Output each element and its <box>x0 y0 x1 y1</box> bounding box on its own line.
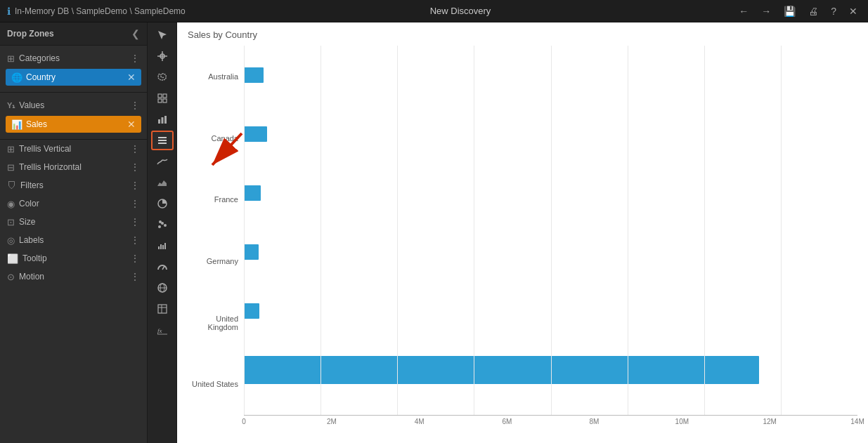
motion-row: ⊙ Motion ⋮ <box>0 267 147 286</box>
svg-rect-3 <box>158 94 162 98</box>
gauge-tool-button[interactable] <box>151 257 174 277</box>
values-label: Y₁ Values <box>7 100 44 110</box>
filters-more-button[interactable]: ⋮ <box>130 180 140 191</box>
values-more-button[interactable]: ⋮ <box>130 100 140 111</box>
labels-icon: ◎ <box>7 235 15 246</box>
country-label-germany: Germany <box>188 230 238 292</box>
motion-more-button[interactable]: ⋮ <box>130 271 140 282</box>
country-chip-close[interactable]: ✕ <box>127 72 136 83</box>
svg-rect-6 <box>163 99 167 103</box>
bar-uk <box>244 303 259 319</box>
bar-us <box>244 356 759 384</box>
bar-australia <box>244 67 264 83</box>
print-button[interactable]: 🖨 <box>805 4 822 18</box>
svg-rect-10 <box>158 137 167 138</box>
close-button[interactable]: ✕ <box>846 4 861 18</box>
values-header: Y₁ Values ⋮ <box>0 97 147 114</box>
line-chart-tool-button[interactable] <box>151 152 174 171</box>
pie-chart-tool-button[interactable] <box>151 194 174 213</box>
axis-label-2m: 2M <box>327 418 337 425</box>
area-chart-tool-button[interactable] <box>151 173 174 192</box>
trellis-horizontal-icon: ⊟ <box>7 162 15 173</box>
categories-more-button[interactable]: ⋮ <box>130 53 140 64</box>
chart-title: Sales by Country <box>188 29 857 40</box>
trellis-vertical-icon: ⊞ <box>7 144 15 154</box>
chart-y-labels: Australia Canada France Germany United K… <box>188 46 244 429</box>
collapse-button[interactable]: ❮ <box>131 28 140 39</box>
country-chip-icon: 🌐 <box>11 72 22 83</box>
trellis-vertical-more-button[interactable]: ⋮ <box>130 143 140 154</box>
chart-area: Sales by Country Australia Canada France… <box>177 22 868 443</box>
lasso-tool-button[interactable] <box>151 67 174 87</box>
filters-row: ⛉ Filters ⋮ <box>0 176 147 194</box>
formula-tool-button[interactable]: fx <box>151 320 174 340</box>
breadcrumb: In-Memory DB \ SampleDemo \ SampleDemo <box>15 6 186 16</box>
axis-label-4m: 4M <box>415 418 425 425</box>
nav-forward-button[interactable]: → <box>758 4 775 18</box>
sales-chip-label: Sales <box>26 119 47 129</box>
motion-icon: ⊙ <box>7 272 15 282</box>
title-bar: ℹ In-Memory DB \ SampleDemo \ SampleDemo… <box>0 0 868 22</box>
pivot-tool-button[interactable] <box>151 299 174 319</box>
categories-header: ⊞ Categories ⋮ <box>0 50 147 67</box>
svg-rect-4 <box>163 94 167 98</box>
country-label-australia: Australia <box>188 46 238 107</box>
sales-chip-close[interactable]: ✕ <box>127 119 136 130</box>
bar-canada <box>244 126 267 142</box>
window-controls: ← → 💾 🖨 ? ✕ <box>735 4 861 18</box>
select-tool-button[interactable] <box>151 25 174 45</box>
panel-header: Drop Zones ❮ <box>0 22 147 46</box>
chart-type-toolbar: fx <box>148 22 177 443</box>
svg-rect-20 <box>162 245 164 249</box>
grid-tool-button[interactable] <box>151 88 174 108</box>
bar-france <box>244 185 261 201</box>
size-row: ⊡ Size ⋮ <box>0 213 147 231</box>
scatter-tool-button[interactable] <box>151 215 174 234</box>
svg-rect-7 <box>158 119 160 124</box>
svg-rect-11 <box>158 140 167 141</box>
categories-icon: ⊞ <box>7 53 15 64</box>
country-label-uk: United Kingdom <box>188 292 238 354</box>
svg-point-17 <box>159 220 162 223</box>
svg-rect-12 <box>158 143 167 144</box>
trellis-vertical-label: Trellis Vertical <box>19 144 71 154</box>
help-button[interactable]: ? <box>827 4 840 18</box>
bar-row-us <box>244 340 857 399</box>
trellis-horizontal-more-button[interactable]: ⋮ <box>130 161 140 173</box>
tooltip-more-button[interactable]: ⋮ <box>130 253 140 264</box>
axis-label-6m: 6M <box>503 418 512 425</box>
size-more-button[interactable]: ⋮ <box>130 216 140 227</box>
svg-rect-21 <box>164 243 166 249</box>
country-chip-label: Country <box>26 72 56 82</box>
bars-container <box>244 46 857 414</box>
labels-more-button[interactable]: ⋮ <box>130 234 140 246</box>
svg-rect-19 <box>160 244 162 249</box>
axis-label-8m: 8M <box>590 418 600 425</box>
categories-section: ⊞ Categories ⋮ 🌐 Country ✕ <box>0 46 147 93</box>
save-button[interactable]: 💾 <box>780 4 799 18</box>
trellis-horizontal-row: ⊟ Trellis Horizontal ⋮ <box>0 158 147 176</box>
filters-label: Filters <box>20 180 44 190</box>
bar-chart-tool-button[interactable] <box>151 110 174 129</box>
axis-label-12m: 12M <box>763 418 776 425</box>
breadcrumb-area: ℹ In-Memory DB \ SampleDemo \ SampleDemo <box>7 6 186 17</box>
categories-text: Categories <box>19 53 60 63</box>
chart-content: Australia Canada France Germany United K… <box>188 46 857 429</box>
categories-label: ⊞ Categories <box>7 53 60 64</box>
bar-row-germany <box>244 223 857 282</box>
waterfall-tool-button[interactable] <box>151 236 174 256</box>
nav-back-button[interactable]: ← <box>735 4 752 18</box>
svg-rect-18 <box>158 246 160 249</box>
svg-rect-8 <box>161 117 163 124</box>
info-icon: ℹ <box>7 6 11 17</box>
chart-bars-area: 0 2M 4M 6M 8M 10M 12M 14M <box>244 46 857 429</box>
svg-rect-26 <box>158 305 167 313</box>
country-label-canada: Canada <box>188 107 238 169</box>
map-tool-button[interactable] <box>151 278 174 298</box>
svg-point-14 <box>158 225 161 228</box>
crosshair-tool-button[interactable] <box>151 46 174 66</box>
table-chart-tool-button[interactable] <box>151 131 174 150</box>
color-more-button[interactable]: ⋮ <box>130 198 140 209</box>
country-chip: 🌐 Country ✕ <box>6 69 141 86</box>
svg-rect-5 <box>158 99 162 103</box>
